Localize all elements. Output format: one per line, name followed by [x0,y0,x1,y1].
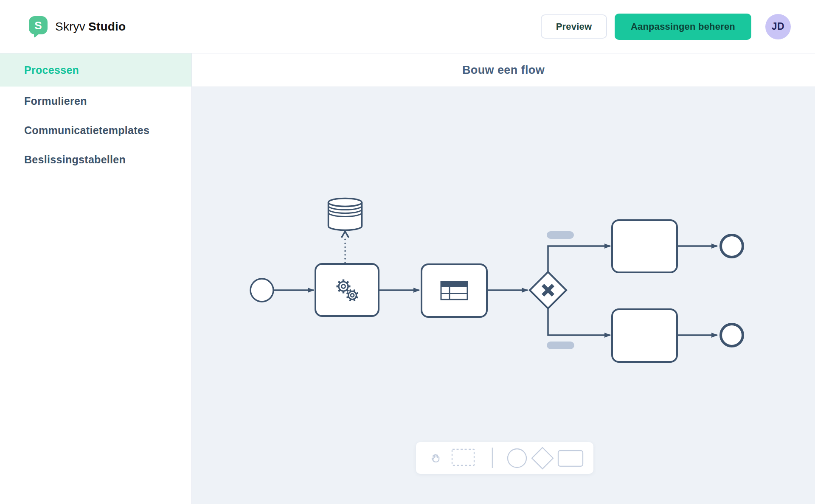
manage-changes-button[interactable]: Aanpassingen beheren [615,14,751,40]
lasso-tool-icon[interactable] [452,449,474,465]
label-placeholder-pill-bottom [547,342,574,349]
flow-canvas[interactable] [192,87,815,504]
task-top[interactable] [612,220,677,272]
create-gateway-icon[interactable] [532,448,553,469]
preview-button[interactable]: Preview [541,14,607,39]
sidebar: Processen Formulieren Communicatietempla… [0,53,192,504]
brand-logo: S SkryvStudio [28,16,126,38]
data-store[interactable] [329,199,362,230]
hand-tool-icon[interactable] [432,455,439,462]
service-task[interactable] [315,264,379,316]
brand-name: SkryvStudio [55,20,126,34]
header-actions: Preview Aanpassingen beheren JD [541,14,791,40]
exclusive-gateway[interactable] [530,272,566,308]
label-placeholder-pill-top [547,231,574,239]
end-event-bottom[interactable] [721,324,743,346]
app-header: S SkryvStudio Preview Aanpassingen beher… [0,0,815,53]
bpmn-diagram[interactable] [192,87,815,504]
palette-toolbar [416,442,593,474]
main-column: Bouw een flow [192,53,815,504]
database-lid [329,199,362,207]
end-event-top[interactable] [721,235,743,257]
table-icon [441,282,467,300]
user-avatar[interactable]: JD [765,14,791,39]
open-arrowhead [342,232,349,238]
sidebar-item-formulieren[interactable]: Formulieren [0,87,191,116]
logo-letter: S [34,19,42,32]
page-title-bar: Bouw een flow [192,53,815,87]
start-event[interactable] [250,279,273,302]
edge-gateway-to-bottom-task[interactable] [548,308,610,335]
sidebar-item-processen[interactable]: Processen [0,53,191,87]
create-task-icon[interactable] [558,451,583,466]
brand-second: Studio [88,20,126,33]
create-event-icon[interactable] [508,449,526,468]
business-rule-task[interactable] [422,264,487,317]
brand-first: Skryv [55,20,85,33]
page-body: Processen Formulieren Communicatietempla… [0,53,815,504]
task-bottom[interactable] [612,309,677,362]
edge-gateway-to-top-task[interactable] [548,246,610,273]
sidebar-item-beslissingstabellen[interactable]: Beslissingstabellen [0,145,191,174]
data-association[interactable] [342,232,349,263]
page-title: Bouw een flow [462,64,545,77]
logo-speech-bubble-icon: S [28,16,48,38]
sidebar-item-communicatietemplates[interactable]: Communicatietemplates [0,116,191,145]
